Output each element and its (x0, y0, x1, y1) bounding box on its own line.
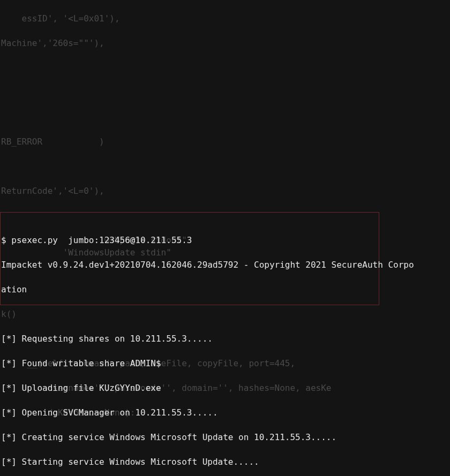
output-line: [*] Creating service Windows Microsoft U… (1, 431, 449, 443)
output-line: ation (1, 283, 449, 296)
ghost-text: ReturnCode','<L=0'), (1, 185, 104, 197)
terminal[interactable]: essID', '<L=0x01'), Machine','260s=""'),… (0, 0, 450, 476)
prompt-symbol: $ (1, 235, 11, 245)
output-line: Impacket v0.9.24.dev1+20210704.162046.29… (1, 259, 449, 271)
output-line: [*] Requesting shares on 10.211.55.3....… (1, 333, 449, 345)
output-line: [*] Uploading file KUzGYYnD.exe (1, 382, 449, 394)
output-line: [*] Found writable share ADMIN$ (1, 357, 449, 369)
output-line: [*] Starting service Windows Microsoft U… (1, 456, 449, 468)
ghost-text: essID', '<L=0x01'), (1, 12, 120, 25)
ghost-text: RB_ERROR ) (1, 135, 104, 148)
blank-line (1, 308, 449, 320)
command-line: $ psexec.py jumbo:123456@10.211.55.3 (1, 234, 449, 246)
ghost-text: Machine','260s=""'), (1, 37, 104, 49)
output-line: [*] Opening SVCManager on 10.211.55.3...… (1, 406, 449, 419)
command-text: psexec.py jumbo:123456@10.211.55.3 (11, 235, 192, 245)
